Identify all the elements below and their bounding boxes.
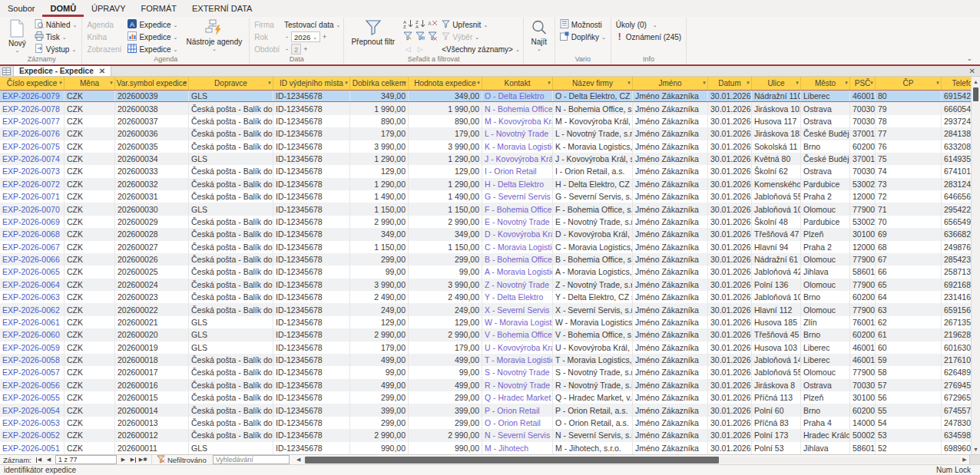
table-cell[interactable]: GLS [189,153,273,165]
table-cell[interactable]: Česká pošta - Balík do ruky [189,165,273,177]
table-cell[interactable]: Jméno Zákazníka [633,354,708,366]
table-cell[interactable]: 30.01.2026 [708,266,752,278]
menu-upravy[interactable]: ÚPRAVY [84,0,133,17]
table-cell[interactable]: Ostrava [801,165,850,177]
table-cell[interactable]: Olomouc [801,253,850,266]
table-cell[interactable]: ID-12345678 [273,190,350,203]
table-cell[interactable]: 3 990,00 [409,279,482,291]
table-cell[interactable]: J - Kovovýroba Král [482,153,553,165]
table-cell[interactable]: 65 [876,279,942,291]
table-cell[interactable]: ID-12345678 [273,216,350,228]
table-cell[interactable]: Jméno Zákazníka [633,379,708,391]
table-cell[interactable]: 99,00 [409,366,482,378]
table-cell[interactable]: EXP-2026-0065 [0,266,65,278]
column-filter-arrow-icon[interactable]: ▼ [746,81,750,85]
column-filter-arrow-icon[interactable]: ▼ [627,81,631,85]
table-cell[interactable]: Brno [801,140,850,153]
table-cell[interactable]: 77900 [850,253,876,266]
table-cell[interactable]: Nádražní 61 [752,253,801,266]
table-cell[interactable]: Jihlava [801,266,850,278]
table-cell[interactable]: Česká pošta - Balík do ruky [189,241,273,253]
table-cell[interactable]: 499,00 [350,379,409,391]
scroll-down-icon[interactable]: ▼ [972,444,980,454]
table-cell[interactable]: 68 [876,241,942,253]
table-cell[interactable]: 267135019 [942,316,971,328]
table-cell[interactable]: ID-12345678 [273,366,350,378]
table-cell[interactable]: 179,00 [409,127,482,140]
table-row[interactable]: EXP-2026-0077CZK202600037Česká pošta - B… [0,115,971,127]
column-filter-arrow-icon[interactable]: ▼ [476,81,481,85]
table-cell[interactable]: 58 [876,366,942,378]
table-cell[interactable]: G - Severní Servis [482,190,553,203]
table-row[interactable]: EXP-2026-0054CZK202600014Česká pošta - B… [0,404,971,416]
menu-soubor[interactable]: Soubor [0,0,42,17]
table-cell[interactable]: 54 [876,417,942,429]
table-cell[interactable]: Polní 60 [752,404,801,416]
table-cell[interactable]: 63 [876,303,942,315]
table-cell[interactable]: Česká pošta - Balík do ruky [189,178,273,190]
table-cell[interactable]: 30.01.2026 [708,442,752,454]
table-cell[interactable]: 14000 [850,417,876,429]
horizontal-scroll-track[interactable] [303,457,960,463]
table-cell[interactable]: EXP-2026-0052 [0,429,65,441]
table-cell[interactable]: 202600037 [115,115,189,127]
table-cell[interactable]: 202600021 [115,316,189,328]
table-cell[interactable]: R - Novotný Trade, s.r.o. [553,379,633,391]
table-cell[interactable]: Brno [801,291,850,303]
table-cell[interactable]: Česká pošta - Balík do ruky [189,404,273,416]
table-cell[interactable]: 1 150,00 [350,241,409,253]
table-cell[interactable]: EXP-2026-0064 [0,279,65,291]
table-cell[interactable]: 76 [876,140,942,153]
table-cell[interactable]: Ostrava [801,115,850,127]
table-cell[interactable]: 179,00 [409,341,482,354]
vertical-scroll-thumb[interactable] [973,87,978,101]
table-cell[interactable]: W - Moravia Logistics [482,316,553,328]
table-cell[interactable]: EXP-2026-0063 [0,291,65,303]
menu-externi-data[interactable]: EXTERNÍ DATA [184,0,260,17]
table-row[interactable]: EXP-2026-0057CZK202600017Česká pošta - B… [0,366,971,378]
table-cell[interactable]: 30.01.2026 [708,165,752,177]
column-filter-arrow-icon[interactable]: ▼ [702,81,707,85]
table-cell[interactable]: 202600027 [115,241,189,253]
column-header[interactable]: Datum▼ [708,77,752,90]
table-cell[interactable]: 30.01.2026 [708,303,752,315]
year-select[interactable]: 2026 ⌄ [291,31,320,42]
table-cell[interactable]: ID-12345678 [273,127,350,140]
column-filter-arrow-icon[interactable]: ▼ [402,81,407,85]
table-cell[interactable]: Česká pošta - Balík do ruky [189,354,273,366]
table-cell[interactable]: CZK [65,190,115,203]
table-cell[interactable]: 30.01.2026 [708,354,752,366]
table-row[interactable]: EXP-2026-0061CZK202600021GLSID-123456781… [0,316,971,328]
table-cell[interactable]: Jméno Zákazníka [633,316,708,328]
table-cell[interactable]: F - Bohemia Office, s.r.o. [553,203,633,215]
table-cell[interactable]: 299,00 [409,253,482,266]
column-header[interactable]: ČP▼ [876,77,942,90]
table-cell[interactable]: 52 [876,442,942,454]
table-cell[interactable]: CZK [65,341,115,354]
table-cell[interactable]: 30100 [850,228,876,240]
last-record-button[interactable]: ▶ [128,456,138,464]
table-cell[interactable]: 30.01.2026 [708,102,752,114]
table-cell[interactable]: 70030 [850,379,876,391]
table-cell[interactable]: 219628678 [942,328,971,341]
scroll-right-icon[interactable]: ▶ [960,457,969,463]
table-cell[interactable]: CZK [65,316,115,328]
table-cell[interactable]: 30.01.2026 [708,153,752,165]
table-cell[interactable]: N - Bohemia Office [482,102,553,114]
table-cell[interactable]: M - Jihotech [482,442,553,454]
table-cell[interactable]: 99,00 [409,266,482,278]
column-header[interactable]: Měna▼ [65,77,115,90]
table-row[interactable]: EXP-2026-0076CZK202600036Česká pošta - B… [0,127,971,140]
table-cell[interactable]: Česká pošta - Balík do ruky [189,379,273,391]
table-cell[interactable]: EXP-2026-0060 [0,328,65,341]
table-cell[interactable]: 284138581 [942,127,971,140]
minus-button[interactable]: - [284,45,290,53]
print-button[interactable]: Tisk ⌄ [33,31,79,43]
table-cell[interactable]: L - Novotný Trade, s.r.o. [553,127,633,140]
table-cell[interactable]: 1 490,00 [350,190,409,203]
table-cell[interactable]: Jiráskova 8 [752,379,801,391]
table-cell[interactable]: 1 290,00 [409,153,482,165]
table-cell[interactable]: 1 990,00 [350,102,409,114]
table-cell[interactable]: 601630010 [942,341,971,354]
column-filter-arrow-icon[interactable]: ▼ [844,81,849,85]
